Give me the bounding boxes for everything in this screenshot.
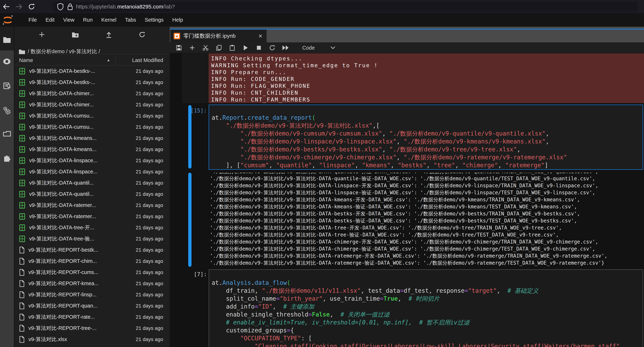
menu-settings[interactable]: Settings bbox=[145, 17, 164, 23]
menu-kernel[interactable]: Kernel bbox=[101, 17, 116, 23]
breadcrumb-folder-icon[interactable] bbox=[19, 49, 25, 54]
new-folder-icon[interactable] bbox=[72, 31, 79, 38]
output-line: './数据分析demo/v9-算法对比/v9-算法对比-DATA-chimerg… bbox=[210, 245, 644, 252]
cell15-editor[interactable]: at.Report.create_data_report( "./数据分析dem… bbox=[208, 105, 643, 170]
output-line: './数据分析demo/v9-算法对比/v9-算法对比-DATA-ratemer… bbox=[210, 259, 644, 266]
file-row[interactable]: v9-算法对比-REPORT-chim...21 days ago bbox=[14, 256, 170, 267]
paste-cell-icon[interactable] bbox=[230, 45, 235, 51]
cell15-prompt: [15]: bbox=[182, 107, 207, 114]
file-row[interactable]: v9-算法对比-DATA-quantil...21 days ago bbox=[14, 177, 170, 189]
spreadsheet-icon bbox=[19, 213, 25, 220]
file-row[interactable]: v9-算法对比-DATA-kmeans...21 days ago bbox=[14, 133, 170, 144]
settings-gears-icon[interactable] bbox=[3, 106, 11, 115]
cell15-output-collapser[interactable] bbox=[188, 173, 192, 267]
output-line: './数据分析demo/v9-算法对比/v9-算法对比-DATA-quantil… bbox=[210, 175, 644, 182]
output-line: './数据分析demo/v9-算法对比/v9-算法对比-DATA-kmeans-… bbox=[210, 196, 644, 203]
file-row[interactable]: v9-算法对比-REPORT-linsp...21 days ago bbox=[14, 289, 170, 300]
file-modified: 21 days ago bbox=[136, 158, 163, 164]
column-header-modified[interactable]: Last Modified bbox=[132, 57, 164, 63]
file-row[interactable]: v9-算法对比-DATA-tree-开...21 days ago bbox=[14, 222, 170, 233]
tab-close-icon[interactable]: × bbox=[258, 33, 262, 39]
add-cell-icon[interactable] bbox=[190, 45, 195, 51]
file-modified: 21 days ago bbox=[136, 202, 163, 208]
file-row[interactable]: v9-算法对比-REPORT-rate...21 days ago bbox=[14, 311, 170, 323]
menu-view[interactable]: View bbox=[63, 17, 74, 23]
reload-button[interactable] bbox=[25, 1, 38, 12]
file-row[interactable]: v9-算法对比-DATA-ratemer...21 days ago bbox=[14, 211, 170, 222]
restart-kernel-icon[interactable] bbox=[269, 45, 275, 51]
file-browser-toolbar bbox=[14, 27, 170, 43]
running-kernels-icon[interactable] bbox=[3, 57, 11, 66]
menu-help[interactable]: Help bbox=[172, 17, 183, 23]
refresh-icon[interactable] bbox=[139, 31, 146, 38]
url-bar[interactable]: https://jupyterlab.metanoia8295.com/lab? bbox=[52, 2, 638, 12]
save-icon[interactable] bbox=[176, 45, 182, 51]
spreadsheet-icon bbox=[19, 68, 25, 75]
output-prompt-gutter bbox=[182, 53, 208, 103]
file-row[interactable]: v9-算法对比-DATA-linspace...21 days ago bbox=[14, 166, 170, 177]
stderr-line: INFO Checking dtypes... bbox=[211, 55, 644, 62]
file-row[interactable]: v9-算法对比.xlsx21 days ago bbox=[14, 334, 170, 345]
file-row[interactable]: v9-算法对比-DATA-kmeans...21 days ago bbox=[14, 144, 170, 155]
property-inspector-icon[interactable] bbox=[3, 82, 11, 90]
file-row[interactable]: v9-算法对比-DATA-cumsu...21 days ago bbox=[14, 122, 170, 133]
file-row[interactable]: v9-算法对比-DATA-ratemer...21 days ago bbox=[14, 200, 170, 211]
file-name: v9-算法对比-DATA-kmeans... bbox=[29, 135, 136, 142]
file-row[interactable]: v9-算法对比-DATA-tree-验...21 days ago bbox=[14, 233, 170, 244]
file-row[interactable]: v9-算法对比-REPORT-quan...21 days ago bbox=[14, 300, 170, 311]
extensions-puzzle-icon[interactable] bbox=[3, 154, 11, 162]
output-line: './数据分析demo/v9-算法对比/v9-算法对比-DATA-tree-验证… bbox=[210, 231, 644, 238]
stop-kernel-icon[interactable] bbox=[256, 46, 261, 50]
stderr-line: INFO Run: FLAG_WORK_PHONE bbox=[211, 83, 644, 89]
copy-cell-icon[interactable] bbox=[216, 45, 222, 51]
menu-tabs[interactable]: Tabs bbox=[125, 17, 136, 23]
spreadsheet-icon bbox=[19, 224, 25, 231]
cell15-input-collapser[interactable] bbox=[188, 105, 192, 169]
file-list: v9-算法对比-DATA-bestks-...21 days agov9-算法对… bbox=[14, 66, 170, 345]
file-row[interactable]: v9-算法对比-REPORT-kmea...21 days ago bbox=[14, 278, 170, 289]
run-cell-icon[interactable] bbox=[243, 45, 248, 51]
cell7-editor[interactable]: at.Analysis.data_flow( df_train, "./数据分析… bbox=[208, 269, 643, 347]
file-row[interactable]: v9-算法对比-DATA-linspace...21 days ago bbox=[14, 155, 170, 166]
output-line: './数据分析demo/v9-算法对比/v9-算法对比-DATA-linspac… bbox=[210, 182, 644, 189]
file-modified: 21 days ago bbox=[136, 214, 163, 219]
cell15-output: './数据分析demo/v9-算法对比/v9-算法对比-DATA-quantil… bbox=[210, 173, 644, 267]
column-header-name[interactable]: Name bbox=[19, 57, 33, 63]
back-button[interactable] bbox=[0, 1, 12, 12]
file-row[interactable]: v9-算法对比-DATA-bestks-...21 days ago bbox=[14, 77, 170, 88]
menu-run[interactable]: Run bbox=[83, 17, 92, 23]
sort-ascending-icon[interactable]: ▲ bbox=[107, 58, 110, 62]
file-row[interactable]: v9-算法对比-DATA-bestks-...21 days ago bbox=[14, 66, 170, 77]
file-row[interactable]: v9-算法对比-DATA-quantil...21 days ago bbox=[14, 189, 170, 200]
file-name: v9-算法对比-DATA-bestks-... bbox=[29, 68, 136, 75]
layout-panel-icon[interactable] bbox=[3, 130, 11, 138]
output-line: './数据分析demo/v9-算法对比/v9-算法对比-DATA-ratemer… bbox=[210, 252, 644, 259]
chevron-down-icon[interactable] bbox=[330, 46, 336, 50]
file-row[interactable]: v9-算法对比-REPORT-cums...21 days ago bbox=[14, 267, 170, 278]
file-browser-icon[interactable] bbox=[3, 35, 11, 44]
file-name: v9-算法对比-DATA-tree-验... bbox=[29, 235, 136, 242]
restart-run-all-icon[interactable] bbox=[282, 45, 289, 51]
file-modified: 21 days ago bbox=[136, 147, 163, 152]
cell-type-select[interactable]: Code bbox=[302, 45, 315, 51]
spreadsheet-icon bbox=[19, 168, 25, 175]
file-row[interactable]: v9-算法对比-REPORT-tree-...21 days ago bbox=[14, 323, 170, 334]
output-line: './数据分析demo/v9-算法对比/v9-算法对比-DATA-tree-开发… bbox=[210, 224, 644, 231]
spreadsheet-icon bbox=[19, 124, 25, 131]
forward-button[interactable] bbox=[12, 1, 25, 12]
menu-edit[interactable]: Edit bbox=[46, 17, 54, 23]
upload-icon[interactable] bbox=[106, 31, 112, 38]
file-icon bbox=[19, 302, 24, 309]
file-row[interactable]: v9-算法对比-DATA-cumsu...21 days ago bbox=[14, 110, 170, 122]
column-divider[interactable] bbox=[115, 56, 116, 65]
file-row[interactable]: v9-算法对比-DATA-chimer...21 days ago bbox=[14, 88, 170, 99]
cut-cell-icon[interactable] bbox=[202, 45, 208, 51]
menubar-items: FileEditViewRunKernelTabsSettingsHelp bbox=[28, 17, 183, 23]
notebook-tab[interactable]: 零门槛数据分析.ipynb × bbox=[170, 30, 266, 42]
file-row[interactable]: v9-算法对比-DATA-chimer...21 days ago bbox=[14, 99, 170, 110]
menu-file[interactable]: File bbox=[28, 17, 37, 23]
file-browser-panel: / 数据分析demo / v9-算法对比 / Name ▲ Last Modif… bbox=[14, 27, 170, 347]
new-launcher-icon[interactable] bbox=[38, 31, 45, 38]
file-modified: 21 days ago bbox=[136, 236, 163, 242]
file-row[interactable]: v9-算法对比-REPORT-bestk...21 days ago bbox=[14, 244, 170, 256]
